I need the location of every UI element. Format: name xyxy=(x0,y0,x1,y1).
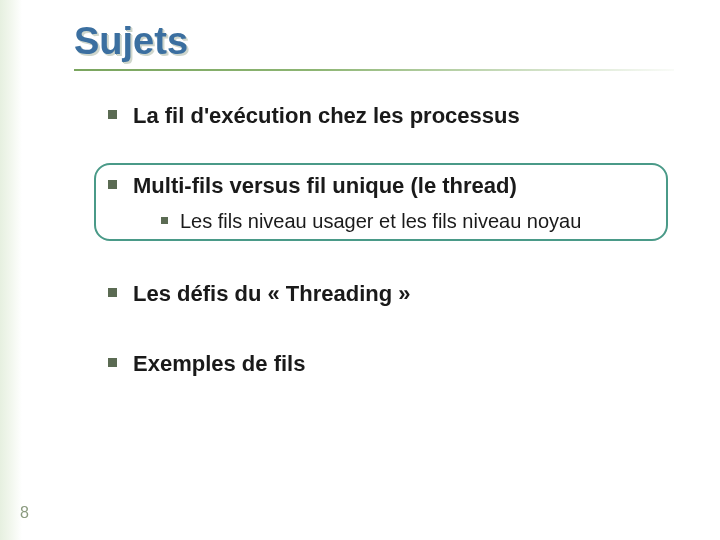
sub-bullet-item-1: Les fils niveau usager et les fils nivea… xyxy=(161,208,670,235)
bullet-item-1: La fil d'exécution chez les processus xyxy=(108,101,670,131)
bullet-text: Multi-fils versus fil unique (le thread) xyxy=(133,171,670,201)
bullet-item-4: Exemples de fils xyxy=(108,349,670,379)
square-bullet-icon xyxy=(108,288,117,297)
bullet-item-2: Multi-fils versus fil unique (le thread)… xyxy=(108,171,670,236)
slide-container: Sujets La fil d'exécution chez les proce… xyxy=(0,0,720,540)
square-bullet-icon xyxy=(108,110,117,119)
square-bullet-icon xyxy=(108,180,117,189)
slide-content: La fil d'exécution chez les processus Mu… xyxy=(80,101,680,379)
page-number: 8 xyxy=(20,504,29,522)
slide-title: Sujets xyxy=(74,20,680,63)
bullet-text: La fil d'exécution chez les processus xyxy=(133,101,520,131)
square-bullet-icon xyxy=(108,358,117,367)
bullet-text: Les défis du « Threading » xyxy=(133,279,411,309)
sub-bullet-text: Les fils niveau usager et les fils nivea… xyxy=(180,208,581,235)
bullet-item-3: Les défis du « Threading » xyxy=(108,279,670,309)
title-underline xyxy=(74,69,674,71)
bullet-text: Exemples de fils xyxy=(133,349,305,379)
square-bullet-icon xyxy=(161,217,168,224)
